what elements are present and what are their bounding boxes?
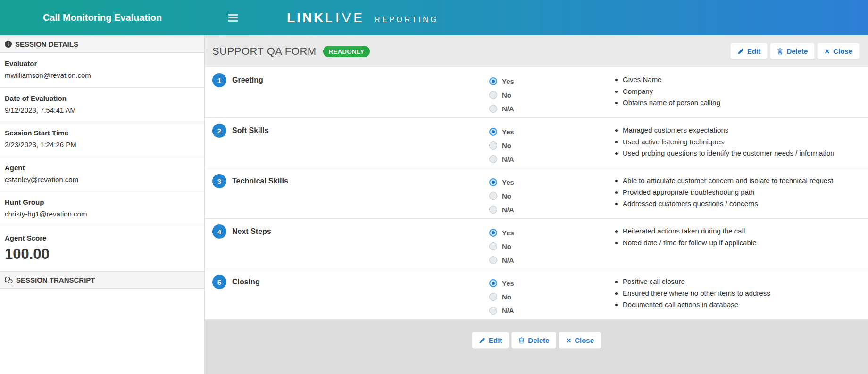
pencil-icon (737, 48, 744, 55)
hamburger-bar (228, 14, 238, 16)
radio-option-na[interactable]: N/A (489, 203, 613, 216)
radio-label: Yes (502, 77, 514, 85)
criteria-list: Positive call closureEnsured there where… (613, 276, 868, 311)
criteria-list: Reiterated actions taken during the call… (613, 225, 868, 249)
radio-icon[interactable] (489, 206, 497, 214)
question-radio-group: YesNoN/A (489, 275, 613, 319)
session-field-label: Date of Evaluation (5, 94, 200, 102)
radio-option-yes[interactable]: Yes (489, 175, 613, 189)
radio-icon[interactable] (489, 141, 497, 150)
radio-option-yes[interactable]: Yes (489, 226, 613, 240)
delete-button-label: Delete (528, 336, 549, 344)
question-title: Greeting (232, 73, 263, 84)
delete-button-footer[interactable]: Delete (511, 332, 556, 349)
header-action-buttons: Edit Delete ✕ Close (730, 43, 860, 59)
radio-option-na[interactable]: N/A (489, 152, 613, 166)
session-field: Evaluator mwilliamson@revation.com (0, 53, 204, 88)
radio-option-no[interactable]: No (489, 290, 613, 304)
close-button-label: Close (575, 336, 594, 344)
radio-option-yes[interactable]: Yes (489, 276, 613, 290)
radio-label: Yes (502, 128, 514, 136)
radio-label: No (502, 141, 511, 150)
edit-button-label: Edit (489, 336, 502, 344)
criteria-list: Able to articulate customer concern and … (613, 175, 868, 210)
radio-label: N/A (502, 256, 514, 264)
radio-icon[interactable] (489, 256, 497, 264)
session-field: Agent cstanley@revation.com (0, 157, 204, 192)
question-number-badge: 4 (212, 224, 226, 239)
trash-icon (777, 48, 783, 55)
radio-label: Yes (502, 229, 514, 237)
radio-option-na[interactable]: N/A (489, 253, 613, 267)
session-field-label: Evaluator (5, 59, 200, 67)
radio-icon[interactable] (489, 242, 497, 250)
radio-label: No (502, 192, 511, 200)
question-list: 1 Greeting YesNoN/A Gives NameCompanyObt… (205, 67, 868, 320)
radio-dot (492, 231, 495, 234)
radio-option-no[interactable]: No (489, 88, 613, 102)
session-field-value: 9/12/2023, 7:54:41 AM (5, 106, 200, 114)
radio-icon[interactable] (489, 128, 497, 136)
radio-option-no[interactable]: No (489, 189, 613, 203)
session-field: Hunt Group christy-hg1@revation.com (0, 191, 204, 226)
question-criteria: Reiterated actions taken during the call… (613, 224, 868, 269)
session-field-label: Session Start Time (5, 129, 200, 137)
radio-label: No (502, 91, 511, 99)
radio-option-yes[interactable]: Yes (489, 75, 613, 88)
hamburger-menu-icon[interactable] (228, 12, 238, 23)
radio-icon[interactable] (489, 192, 497, 200)
radio-option-no[interactable]: No (489, 139, 613, 152)
question-header: 5 Closing (205, 275, 489, 319)
qa-form-title: SUPPORT QA FORM (212, 45, 317, 58)
question-title: Technical Skills (232, 174, 288, 185)
edit-button[interactable]: Edit (730, 43, 768, 59)
question-number-badge: 2 (212, 124, 226, 138)
delete-button[interactable]: Delete (770, 43, 815, 59)
criteria-list: Managed customers expectationsUsed activ… (613, 125, 868, 159)
radio-icon[interactable] (489, 178, 497, 186)
question-row: 4 Next Steps YesNoN/A Reiterated actions… (205, 219, 868, 269)
session-field-label: Hunt Group (5, 198, 200, 206)
criteria-item: Addressed customers questions / concerns (623, 198, 868, 210)
trash-icon (518, 337, 525, 344)
close-button-footer[interactable]: ✕ Close (559, 332, 601, 349)
pencil-icon (479, 337, 485, 344)
hamburger-bar (228, 20, 238, 22)
radio-icon[interactable] (489, 293, 497, 301)
radio-icon[interactable] (489, 77, 497, 85)
question-number-badge: 5 (212, 275, 226, 289)
criteria-item: Company (623, 86, 868, 98)
session-transcript-title: SESSION TRANSCRIPT (16, 276, 95, 284)
radio-icon[interactable] (489, 155, 497, 163)
radio-icon[interactable] (489, 91, 497, 99)
radio-icon[interactable] (489, 279, 497, 287)
criteria-list: Gives NameCompanyObtains name of person … (613, 74, 868, 109)
close-x-icon: ✕ (824, 48, 830, 55)
question-number-badge: 1 (212, 73, 226, 87)
readonly-badge: READONLY (323, 46, 370, 57)
question-title: Next Steps (232, 224, 271, 236)
radio-option-na[interactable]: N/A (489, 304, 613, 317)
linklive-reporting-logo: LINK LIVE REPORTING (287, 10, 438, 25)
qa-form-panel: SUPPORT QA FORM READONLY Edit Delete ✕ C… (205, 35, 868, 374)
question-radio-group: YesNoN/A (489, 124, 613, 168)
session-transcript-header[interactable]: SESSION TRANSCRIPT (0, 271, 204, 289)
question-criteria: Gives NameCompanyObtains name of person … (613, 73, 868, 117)
radio-icon[interactable] (489, 229, 497, 237)
edit-button-footer[interactable]: Edit (472, 332, 509, 349)
radio-option-no[interactable]: No (489, 240, 613, 253)
radio-icon[interactable] (489, 105, 497, 113)
comments-icon (5, 276, 13, 283)
radio-option-yes[interactable]: Yes (489, 125, 613, 139)
criteria-item: Managed customers expectations (623, 125, 868, 136)
close-button-label: Close (833, 47, 852, 55)
radio-icon[interactable] (489, 307, 497, 315)
agent-score-label: Agent Score (5, 234, 200, 242)
close-button[interactable]: ✕ Close (817, 43, 860, 59)
page-body: SESSION DETAILS Evaluator mwilliamson@re… (0, 35, 868, 374)
radio-option-na[interactable]: N/A (489, 102, 613, 116)
question-radio-group: YesNoN/A (489, 174, 613, 218)
criteria-item: Reiterated actions taken during the call (623, 225, 868, 237)
question-title: Soft Skills (232, 124, 268, 135)
logo-reporting-text: REPORTING (375, 16, 438, 24)
